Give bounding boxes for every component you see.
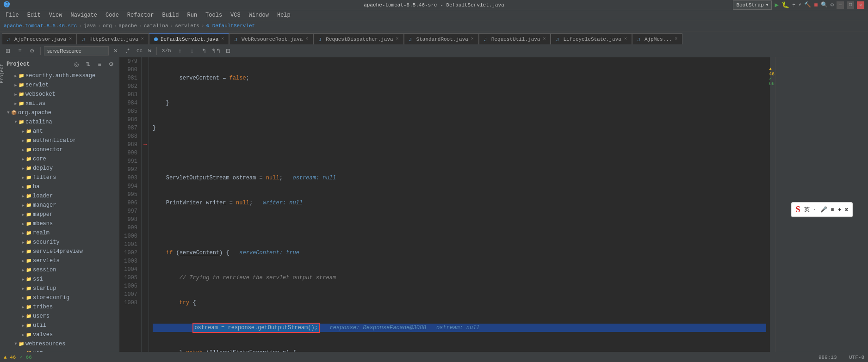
tree-item-security[interactable]: ▶ 📁 security (4, 238, 119, 247)
breadcrumb-file[interactable]: ⚙ DefaultServlet (206, 23, 255, 29)
tab-close-ajp[interactable]: × (69, 37, 72, 42)
sidebar-config-button[interactable]: ≡ (94, 59, 105, 69)
tab-close-ajpmes[interactable]: × (675, 37, 677, 42)
search-everywhere-button[interactable]: 🔍 (821, 1, 828, 8)
tree-item-ssi[interactable]: ▶ 📁 ssi (4, 275, 119, 284)
scrollbar-indicator[interactable]: ▲ 46 ✓ 66 (770, 57, 775, 362)
tab-standardroot[interactable]: J StandardRoot.java × (404, 33, 479, 44)
sogou-mic-icon[interactable]: 🎤 (820, 206, 827, 213)
menu-help[interactable]: Help (273, 11, 294, 19)
toolbar-button-profile[interactable]: ⚡ (798, 1, 801, 8)
tab-close-lifecycle[interactable]: × (624, 37, 627, 42)
tab-defaultservlet[interactable]: DefaultServlet.java × (149, 33, 229, 44)
regex-button[interactable]: .* (123, 46, 133, 56)
breadcrumb-project[interactable]: apache-tomcat-8.5.46-src (4, 23, 77, 29)
tree-item-catalina[interactable]: ▼ 📁 catalina (4, 117, 119, 127)
tree-item-ant[interactable]: ▶ 📁 ant (4, 127, 119, 136)
tab-close-webres[interactable]: × (305, 37, 308, 42)
tree-item-realm[interactable]: ▶ 📁 realm (4, 228, 119, 238)
menu-navigate[interactable]: Navigate (67, 11, 101, 19)
tree-item-valves[interactable]: ▶ 📁 valves (4, 330, 119, 339)
tree-item-ha[interactable]: ▶ 📁 ha (4, 182, 119, 191)
sogou-settings-icon[interactable]: ♦ (838, 207, 841, 213)
tree-item-authenticator[interactable]: ▶ 📁 authenticator (4, 136, 119, 145)
tree-item-mbeans[interactable]: ▶ 📁 mbeans (4, 219, 119, 228)
tab-lifecyclestate[interactable]: J LifecycleState.java × (551, 33, 632, 44)
code-area[interactable]: 979 980 981 982 983 984 985 986 987 988 … (119, 57, 775, 362)
tree-item-xml-ws[interactable]: ▶ 📁 xml.ws (4, 99, 119, 108)
tab-close-default[interactable]: × (221, 37, 224, 42)
tree-item-startup[interactable]: ▶ 📁 startup (4, 284, 119, 293)
minimize-button[interactable]: — (837, 1, 844, 9)
tab-close-reqdisp[interactable]: × (396, 37, 399, 42)
tree-item-security-auth[interactable]: ▶ 📁 security.auth.message (4, 71, 119, 80)
sogou-close-icon[interactable]: ⊠ (845, 206, 848, 213)
tab-webresourceroot[interactable]: J WebResourceRoot.java × (229, 33, 313, 44)
tree-item-servlet[interactable]: ▶ 📁 servlet (4, 80, 119, 90)
word-toggle[interactable]: W (146, 48, 153, 54)
tree-item-util[interactable]: ▶ 📁 util (4, 321, 119, 330)
sidebar-expand-button[interactable]: ⇅ (83, 59, 93, 69)
tab-close-requtil[interactable]: × (543, 37, 546, 42)
structure-button[interactable]: ⊞ (3, 46, 13, 56)
filter-button[interactable]: ⊟ (223, 46, 233, 56)
tree-item-connector[interactable]: ▶ 📁 connector (4, 145, 119, 154)
menu-refactor[interactable]: Refactor (124, 11, 158, 19)
sogou-grid-icon[interactable]: ⊞ (831, 206, 834, 213)
menu-build[interactable]: Build (158, 11, 182, 19)
run-button[interactable]: ▶ (775, 1, 778, 9)
tab-ajpprocessor[interactable]: J AjpProcessor.java × (2, 33, 77, 44)
code-content[interactable]: serveContent = false; } } ServletOutputS… (149, 57, 770, 362)
menu-tools[interactable]: Tools (202, 11, 226, 19)
tree-item-core[interactable]: ▶ 📁 core (4, 154, 119, 164)
sort-button[interactable]: ≡ (15, 46, 25, 56)
project-tab[interactable]: Project (0, 64, 5, 83)
tree-item-users[interactable]: ▶ 📁 users (4, 312, 119, 321)
tree-item-tribes[interactable]: ▶ 📁 tribes (4, 302, 119, 312)
debug-button[interactable]: 🐛 (781, 1, 789, 9)
tab-requestutil[interactable]: J RequestUtil.java × (479, 33, 551, 44)
menu-run[interactable]: Run (183, 11, 201, 19)
tab-requestdispatcher[interactable]: J RequestDispatcher.java × (313, 33, 403, 44)
tab-close-stdroot[interactable]: × (471, 37, 474, 42)
search-close-button[interactable]: ✕ (111, 46, 121, 56)
replace-all-button[interactable]: ↰↰ (211, 46, 221, 56)
toolbar-button-coverage[interactable]: ☂ (792, 1, 795, 8)
tree-item-manager[interactable]: ▶ 📁 manager (4, 201, 119, 210)
tree-item-loader[interactable]: ▶ 📁 loader (4, 191, 119, 201)
next-match-button[interactable]: ↓ (187, 46, 197, 56)
menu-edit[interactable]: Edit (24, 11, 44, 19)
tab-httpservlet[interactable]: J HttpServlet.java × (77, 33, 149, 44)
tree-item-servlet4preview[interactable]: ▶ 📁 servlet4preview (4, 247, 119, 256)
sidebar-settings-button[interactable]: ⚙ (106, 59, 116, 69)
menu-window[interactable]: Window (245, 11, 273, 19)
prev-match-button[interactable]: ↑ (175, 46, 185, 56)
menu-view[interactable]: View (45, 11, 66, 19)
tree-item-storeconfig[interactable]: ▶ 📁 storeconfig (4, 293, 119, 302)
tree-item-filters[interactable]: ▶ 📁 filters (4, 173, 119, 182)
tree-item-session[interactable]: ▶ 📁 session (4, 265, 119, 275)
sogou-english-btn[interactable]: 英 (804, 206, 810, 214)
tree-item-websocket[interactable]: ▶ 📁 websocket (4, 90, 119, 99)
tab-ajpmes[interactable]: J AjpMes... × (632, 33, 682, 44)
toolbar-button-build[interactable]: 🔨 (804, 1, 811, 8)
menu-vcs[interactable]: VCS (227, 11, 244, 19)
breadcrumb-catalina[interactable]: catalina (144, 23, 168, 29)
maximize-button[interactable]: □ (847, 1, 854, 9)
case-toggle[interactable]: Cc (135, 48, 144, 54)
breadcrumb-servlets[interactable]: servlets (175, 23, 199, 29)
replace-button[interactable]: ↰ (199, 46, 209, 56)
menu-file[interactable]: File (2, 11, 23, 19)
tree-item-webresources[interactable]: ▼ 📁 webresources (4, 339, 119, 349)
tree-item-servlets[interactable]: ▶ 📁 servlets (4, 256, 119, 265)
close-button[interactable]: ✕ (857, 1, 864, 9)
tree-item-deploy[interactable]: ▶ 📁 deploy (4, 164, 119, 173)
breadcrumb-org[interactable]: org (103, 23, 112, 29)
search-input[interactable] (44, 46, 109, 55)
tree-item-org-apache[interactable]: ▼ 📦 org.apache (4, 108, 119, 117)
code-editor[interactable]: 979 980 981 982 983 984 985 986 987 988 … (119, 57, 775, 362)
breadcrumb-apache[interactable]: apache (118, 23, 137, 29)
sidebar-locate-button[interactable]: ◎ (71, 59, 81, 69)
settings-button[interactable]: ⚙ (831, 1, 834, 8)
sogou-widget[interactable]: S 英 · 🎤 ⊞ ♦ ⊠ (791, 202, 853, 217)
